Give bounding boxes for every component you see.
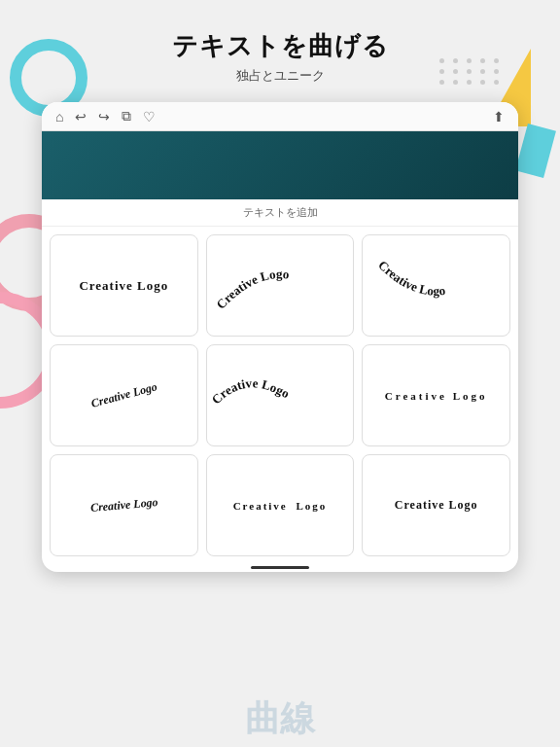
card-text-6: Creative Logo — [385, 390, 488, 402]
style-card-8[interactable]: Creative Logo — [206, 454, 355, 556]
bottom-watermark: 曲線 — [0, 695, 560, 747]
main-title: テキストを曲げる — [0, 29, 560, 63]
bg-rect-teal — [515, 124, 556, 178]
style-card-3[interactable]: Creative Logo — [362, 234, 510, 337]
app-frame: ⌂ ↩ ↪ ⧉ ♡ ⬆ テキストを追加 Creative Logo Creati… — [42, 102, 518, 572]
card-text-7: Creative Logo — [89, 495, 158, 516]
bottom-bar — [42, 564, 518, 572]
wave-svg: Creative Logo — [207, 345, 354, 445]
styles-grid: Creative Logo Creative Logo Creative Log… — [42, 227, 518, 564]
svg-text:Creative Logo: Creative Logo — [208, 375, 292, 407]
svg-text:Creative Logo: Creative Logo — [213, 267, 290, 312]
bottom-indicator — [251, 566, 309, 569]
toolbar: ⌂ ↩ ↪ ⧉ ♡ ⬆ — [42, 102, 518, 131]
card-text-8: Creative Logo — [233, 500, 328, 512]
style-card-1[interactable]: Creative Logo — [50, 234, 198, 337]
share-icon[interactable]: ⬆ — [493, 109, 505, 124]
card-text-9: Creative Logo — [395, 498, 478, 513]
svg-text:Creative Logo: Creative Logo — [375, 258, 446, 299]
style-card-9[interactable]: Creative Logo — [362, 454, 510, 556]
title-section: テキストを曲げる 独占とユニーク — [0, 0, 560, 94]
add-text-bar[interactable]: テキストを追加 — [42, 199, 518, 227]
heart-icon[interactable]: ♡ — [143, 109, 156, 124]
card-text-4: Creative Logo — [89, 379, 158, 411]
style-card-5[interactable]: Creative Logo — [206, 344, 355, 446]
home-icon[interactable]: ⌂ — [55, 109, 63, 124]
style-card-7[interactable]: Creative Logo — [50, 454, 198, 556]
style-card-2[interactable]: Creative Logo — [206, 234, 355, 337]
arch-up-svg: Creative Logo — [207, 235, 354, 336]
undo-icon[interactable]: ↩ — [75, 109, 87, 124]
sub-title: 独占とユニーク — [0, 67, 560, 85]
redo-icon[interactable]: ↪ — [98, 109, 110, 124]
arch-down-svg: Creative Logo — [363, 235, 509, 336]
copy-icon[interactable]: ⧉ — [122, 108, 131, 124]
style-card-4[interactable]: Creative Logo — [50, 344, 198, 446]
header-image — [42, 131, 518, 199]
card-text-1: Creative Logo — [79, 278, 168, 294]
style-card-6[interactable]: Creative Logo — [362, 344, 510, 446]
